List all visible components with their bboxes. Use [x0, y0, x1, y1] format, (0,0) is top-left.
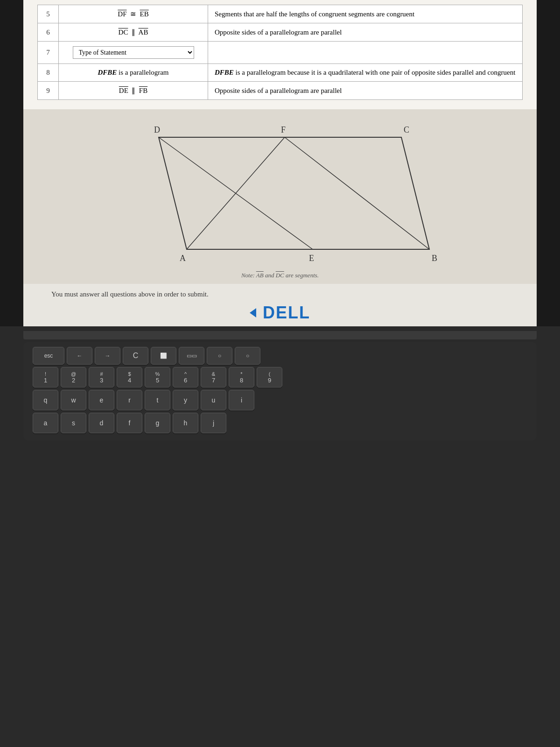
key-7[interactable]: &7	[201, 367, 226, 388]
row-number: 7	[38, 42, 59, 64]
table-row: 6 DC ∥ AB Opposite sides of a parallelog…	[38, 23, 523, 42]
dfbe-label: DFBE	[98, 69, 117, 76]
reason-cell	[208, 42, 523, 64]
key-y[interactable]: y	[173, 390, 198, 410]
overline-ab: AB	[139, 28, 148, 36]
note-ab: AB	[256, 272, 264, 279]
key-f[interactable]: f	[117, 413, 142, 433]
screen: 5 DF ≅ EB Segments that are half the len…	[23, 0, 537, 326]
reason-cell: DFBE is a parallelogram because it is a …	[208, 64, 523, 82]
submit-section: You must answer all questions above in o…	[23, 290, 537, 298]
label-f: F	[281, 125, 286, 134]
row-number: 6	[38, 23, 59, 42]
key-3[interactable]: #3	[89, 367, 114, 388]
arrow-left-key[interactable]: ←	[67, 347, 92, 365]
dell-logo: DELL	[23, 303, 537, 323]
reason-text: Opposite sides of a parallelogram are pa…	[215, 28, 342, 36]
key-g[interactable]: g	[145, 413, 170, 433]
geometry-diagram: D F C A E B	[112, 119, 448, 268]
diagram-note: Note: AB and DC are segments.	[241, 272, 319, 279]
reason-text: Segments that are half the lengths of co…	[215, 10, 414, 18]
key-2[interactable]: @2	[61, 367, 86, 388]
table-row: 7 Type of Statement Given Definition The…	[38, 42, 523, 64]
key-s[interactable]: s	[61, 413, 86, 433]
keyboard-special-row: esc ← → C ⬜ ▭▭ ○ ○	[33, 347, 527, 365]
esc-key[interactable]: esc	[33, 347, 64, 365]
key-9[interactable]: (9	[257, 367, 282, 388]
diagonal-fb	[285, 137, 429, 249]
row-number: 8	[38, 64, 59, 82]
overline-fb: FB	[139, 87, 147, 94]
table-row: 8 DFBE is a parallelogram DFBE is a para…	[38, 64, 523, 82]
label-d: D	[154, 125, 160, 134]
content-area: 5 DF ≅ EB Segments that are half the len…	[23, 0, 537, 109]
reason-cell: Segments that are half the lengths of co…	[208, 5, 523, 23]
screenshot-key[interactable]: ⬜	[151, 347, 176, 365]
statement-text: DE ∥ FB	[119, 87, 147, 94]
key-j[interactable]: j	[201, 413, 226, 433]
statement-text: DC ∥ AB	[119, 28, 148, 36]
submit-message: You must answer all questions above in o…	[37, 290, 523, 298]
key-e[interactable]: e	[89, 390, 114, 410]
statement-cell: DE ∥ FB	[59, 82, 208, 100]
key-t[interactable]: t	[145, 390, 170, 410]
key-6[interactable]: ^6	[173, 367, 198, 388]
statement-text: DFBE is a parallelogram	[98, 69, 168, 76]
key-q[interactable]: q	[33, 390, 58, 410]
statement-cell-dropdown[interactable]: Type of Statement Given Definition Theor…	[59, 42, 208, 64]
diagonal-fa	[187, 137, 285, 249]
overline-eb: EB	[140, 10, 149, 18]
statement-cell: DC ∥ AB	[59, 23, 208, 42]
dell-arrow-icon	[250, 308, 256, 317]
table-row: 9 DE ∥ FB Opposite sides of a parallelog…	[38, 82, 523, 100]
reason-text: DFBE is a parallelogram because it is a …	[215, 69, 515, 76]
overline-dc: DC	[119, 28, 128, 36]
key-a[interactable]: a	[33, 413, 58, 433]
key-4[interactable]: $4	[117, 367, 142, 388]
reason-cell: Opposite sides of a parallelogram are pa…	[208, 82, 523, 100]
brightness-down-key[interactable]: ○	[207, 347, 232, 365]
type-of-statement-dropdown[interactable]: Type of Statement Given Definition Theor…	[73, 46, 194, 59]
arrow-right-key[interactable]: →	[95, 347, 120, 365]
statement-text: DF ≅ EB	[118, 10, 148, 18]
key-1[interactable]: !1	[33, 367, 58, 388]
proof-table: 5 DF ≅ EB Segments that are half the len…	[37, 5, 523, 100]
laptop-bottom: esc ← → C ⬜ ▭▭ ○ ○ !1 @2 #3 $4 %5	[0, 326, 560, 747]
statement-cell: DFBE is a parallelogram	[59, 64, 208, 82]
key-w[interactable]: w	[61, 390, 86, 410]
row-number: 5	[38, 5, 59, 23]
keyboard-qwerty-row: q w e r t y u i	[33, 390, 527, 410]
c-key-special[interactable]: C	[123, 347, 148, 365]
brightness-up-key[interactable]: ○	[235, 347, 260, 365]
reason-cell: Opposite sides of a parallelogram are pa…	[208, 23, 523, 42]
keyboard-area: esc ← → C ⬜ ▭▭ ○ ○ !1 @2 #3 $4 %5	[23, 342, 537, 440]
label-a: A	[180, 254, 186, 263]
table-row: 5 DF ≅ EB Segments that are half the len…	[38, 5, 523, 23]
reason-text: Opposite sides of a parallelogram are pa…	[215, 87, 342, 94]
overline-de: DE	[119, 87, 128, 94]
key-5[interactable]: %5	[145, 367, 170, 388]
keyboard-number-row: !1 @2 #3 $4 %5 ^6 &7 *8	[33, 367, 527, 388]
key-8[interactable]: *8	[229, 367, 254, 388]
note-dc: DC	[276, 272, 284, 279]
parallelogram-shape	[159, 137, 429, 249]
key-d[interactable]: d	[89, 413, 114, 433]
multiwindow-key[interactable]: ▭▭	[179, 347, 204, 365]
key-i[interactable]: i	[229, 390, 254, 410]
label-e: E	[309, 254, 314, 263]
key-r[interactable]: r	[117, 390, 142, 410]
dfbe-reason-label: DFBE	[215, 69, 234, 76]
row-number: 9	[38, 82, 59, 100]
statement-cell: DF ≅ EB	[59, 5, 208, 23]
label-b: B	[432, 254, 437, 263]
label-c: C	[404, 125, 409, 134]
overline-df: DF	[118, 10, 126, 18]
diagram-container: D F C A E B Note: AB and DC are segments…	[23, 109, 537, 284]
keyboard-asdf-row: a s d f g h j	[33, 413, 527, 433]
key-u[interactable]: u	[201, 390, 226, 410]
key-h[interactable]: h	[173, 413, 198, 433]
laptop-hinge	[23, 331, 537, 339]
dell-text: DELL	[263, 303, 310, 322]
